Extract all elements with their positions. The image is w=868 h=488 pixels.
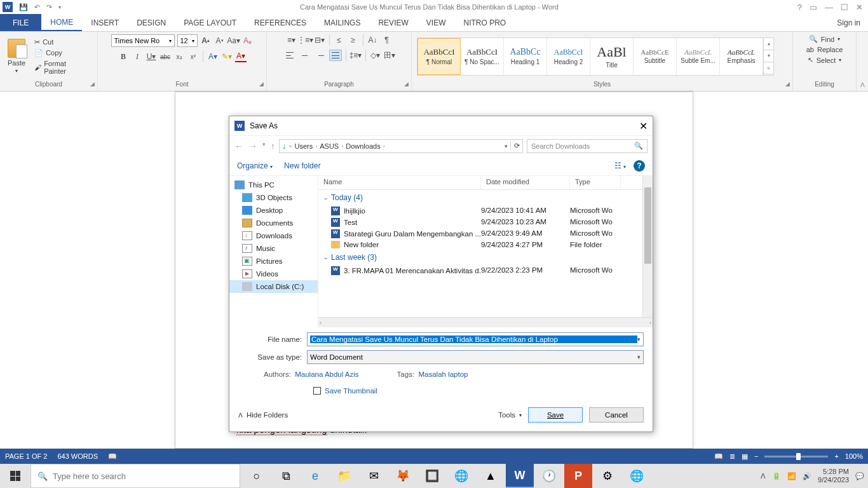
tree-3d-objects[interactable]: 3D Objects (229, 191, 318, 204)
task-edge-icon[interactable]: e (301, 464, 329, 488)
tools-dropdown[interactable]: Tools▾ (498, 411, 522, 419)
dialog-search[interactable]: Search Downloads 🔍 (527, 139, 648, 153)
file-row[interactable]: New folder9/24/2023 4:27 PMFile folder (318, 240, 653, 250)
tab-nitro[interactable]: NITRO PRO (454, 14, 515, 31)
font-family-combo[interactable]: Times New Ro▾ (111, 34, 175, 47)
underline-icon[interactable]: U▾ (146, 51, 157, 62)
minimize-icon[interactable]: — (825, 3, 833, 12)
increase-indent-icon[interactable]: ≥ (348, 34, 359, 46)
copy-button[interactable]: 📄Copy (32, 48, 92, 58)
file-row[interactable]: lhijlkjio9/24/2023 10:41 AMMicrosoft Wo (318, 205, 653, 217)
tab-file[interactable]: FILE (0, 14, 41, 31)
task-chrome-icon[interactable]: 🌐 (447, 464, 475, 488)
page-indicator[interactable]: PAGE 1 OF 2 (5, 452, 47, 460)
tray-wifi-icon[interactable]: 📶 (787, 472, 796, 480)
tree-videos[interactable]: Videos (229, 268, 318, 280)
tray-notifications-icon[interactable]: 💬 (855, 472, 864, 480)
style-subtitle[interactable]: AaBbCcESubtitle (634, 38, 677, 75)
style-subtle-emphasis[interactable]: AaBbCcLSubtle Em... (677, 38, 720, 75)
view-web-icon[interactable]: ▦ (742, 452, 748, 461)
proofing-icon[interactable]: 📖 (108, 452, 117, 461)
filename-input[interactable]: Cara Mengatasi Save Us Muncul Terus Dan … (307, 332, 644, 346)
tree-pictures[interactable]: Pictures (229, 255, 318, 268)
dialog-help-icon[interactable]: ? (634, 160, 645, 172)
qat-undo-icon[interactable]: ↶ (34, 3, 40, 11)
styles-expand[interactable]: ▴▾≡ (763, 38, 773, 75)
task-cortana-icon[interactable]: ○ (243, 464, 271, 488)
show-hide-icon[interactable]: ¶ (381, 34, 393, 46)
zoom-slider[interactable] (764, 456, 828, 458)
strikethrough-icon[interactable]: abc (159, 51, 171, 62)
font-size-combo[interactable]: 12▾ (177, 34, 198, 47)
organize-button[interactable]: Organize ▾ (237, 161, 273, 170)
dialog-close-icon[interactable]: ✕ (639, 120, 648, 132)
font-launcher-icon[interactable]: ◢ (259, 81, 264, 87)
numbering-icon[interactable]: ⋮≡▾ (300, 34, 311, 46)
tree-music[interactable]: Music (229, 242, 318, 255)
borders-icon[interactable]: 田▾ (384, 50, 395, 61)
styles-launcher-icon[interactable]: ◢ (785, 81, 790, 87)
paragraph-launcher-icon[interactable]: ◢ (404, 81, 409, 87)
tree-this-pc[interactable]: This PC (229, 179, 318, 191)
tab-home[interactable]: HOME (41, 14, 82, 31)
italic-icon[interactable]: I (132, 51, 143, 62)
tags-value[interactable]: Masalah laptop (418, 370, 468, 378)
view-print-icon[interactable]: ≣ (729, 452, 735, 461)
format-painter-button[interactable]: 🖌Format Painter (32, 59, 92, 76)
file-list-vscroll[interactable] (642, 176, 653, 317)
sort-icon[interactable]: A↓ (367, 34, 379, 46)
align-left-icon[interactable] (283, 50, 296, 61)
help-icon[interactable]: ? (797, 3, 802, 12)
replace-button[interactable]: abReplace (805, 45, 844, 54)
tab-references[interactable]: REFERENCES (245, 14, 315, 31)
zoom-level[interactable]: 100% (845, 452, 863, 460)
font-color-icon[interactable]: A▾ (235, 51, 247, 62)
tab-insert[interactable]: INSERT (82, 14, 128, 31)
nav-up-icon[interactable]: ↑ (271, 141, 275, 151)
group-today[interactable]: ⌄Today (4) (318, 190, 653, 205)
task-drive-icon[interactable]: ▲ (477, 464, 505, 488)
taskbar-search[interactable]: 🔍Type here to search (31, 464, 240, 488)
paste-button[interactable]: Paste ▾ (5, 37, 28, 75)
style-normal[interactable]: AaBbCcI¶ Normal (417, 38, 461, 75)
style-emphasis[interactable]: AaBbCcLEmphasis (720, 38, 763, 75)
justify-icon[interactable] (329, 50, 342, 61)
folder-tree[interactable]: This PC 3D Objects Desktop Documents Dow… (229, 176, 318, 327)
task-app1-icon[interactable]: 🔲 (418, 464, 446, 488)
clipboard-launcher-icon[interactable]: ◢ (90, 81, 95, 87)
refresh-icon[interactable]: ⟳ (510, 142, 520, 150)
save-button[interactable]: Save (528, 407, 583, 423)
task-explorer-icon[interactable]: 📁 (330, 464, 358, 488)
filetype-combo[interactable]: Word Document▾ (307, 350, 644, 364)
style-nospacing[interactable]: AaBbCcI¶ No Spac... (461, 38, 504, 75)
highlight-icon[interactable]: ✎▾ (221, 51, 233, 62)
ribbon-display-icon[interactable]: ▭ (810, 3, 817, 12)
change-case-icon[interactable]: Aa▾ (228, 35, 240, 46)
clear-format-icon[interactable]: Aᵩ (242, 35, 254, 46)
shading-icon[interactable]: ◇▾ (370, 50, 381, 61)
tree-local-disk[interactable]: Local Disk (C:) (229, 280, 318, 293)
task-word-icon[interactable]: W (506, 464, 534, 488)
collapse-ribbon-icon[interactable]: ᐱ (857, 32, 868, 91)
nav-forward-icon[interactable]: → (248, 141, 257, 151)
view-read-icon[interactable]: 📖 (714, 452, 723, 461)
hide-folders-button[interactable]: ᐱHide Folders (238, 411, 288, 419)
word-count[interactable]: 643 WORDS (57, 452, 98, 460)
tray-sound-icon[interactable]: 🔊 (803, 472, 811, 480)
text-effects-icon[interactable]: A▾ (207, 51, 219, 62)
tree-documents[interactable]: Documents (229, 217, 318, 229)
task-mail-icon[interactable]: ✉ (360, 464, 388, 488)
view-options-icon[interactable]: ☷ ▾ (614, 161, 626, 170)
task-chrome2-icon[interactable]: 🌐 (623, 464, 651, 488)
file-row[interactable]: Test9/24/2023 10:23 AMMicrosoft Wo (318, 217, 653, 228)
address-bar[interactable]: ↓ « Users› ASUS› Downloads› ▾ ⟳ (279, 139, 523, 153)
zoom-in-icon[interactable]: + (834, 452, 838, 460)
tree-downloads[interactable]: Downloads (229, 229, 318, 242)
bullets-icon[interactable]: ≡▾ (286, 34, 297, 46)
tab-mailings[interactable]: MAILINGS (315, 14, 369, 31)
tab-design[interactable]: DESIGN (128, 14, 175, 31)
maximize-icon[interactable]: ☐ (841, 3, 848, 12)
group-last-week[interactable]: ⌄Last week (3) (318, 250, 653, 265)
save-thumbnail-checkbox[interactable]: Save Thumbnail (238, 381, 644, 401)
cancel-button[interactable]: Cancel (589, 407, 644, 423)
